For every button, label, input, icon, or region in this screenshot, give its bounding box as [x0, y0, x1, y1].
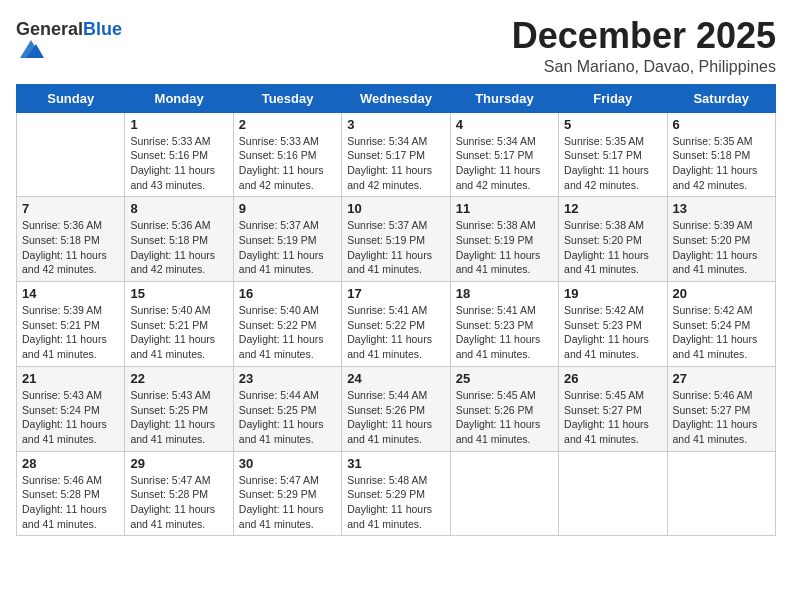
day-number: 3 [347, 117, 444, 132]
day-info: Sunrise: 5:35 AMSunset: 5:18 PMDaylight:… [673, 134, 770, 193]
day-info: Sunrise: 5:39 AMSunset: 5:20 PMDaylight:… [673, 218, 770, 277]
day-info: Sunrise: 5:45 AMSunset: 5:27 PMDaylight:… [564, 388, 661, 447]
calendar-cell: 21Sunrise: 5:43 AMSunset: 5:24 PMDayligh… [17, 366, 125, 451]
day-info: Sunrise: 5:33 AMSunset: 5:16 PMDaylight:… [239, 134, 336, 193]
calendar-cell: 5Sunrise: 5:35 AMSunset: 5:17 PMDaylight… [559, 112, 667, 197]
calendar-cell: 17Sunrise: 5:41 AMSunset: 5:22 PMDayligh… [342, 282, 450, 367]
day-info: Sunrise: 5:46 AMSunset: 5:28 PMDaylight:… [22, 473, 119, 532]
weekday-header-tuesday: Tuesday [233, 84, 341, 112]
calendar-cell [559, 451, 667, 536]
day-number: 1 [130, 117, 227, 132]
day-info: Sunrise: 5:33 AMSunset: 5:16 PMDaylight:… [130, 134, 227, 193]
day-number: 2 [239, 117, 336, 132]
logo-blue-text: Blue [83, 19, 122, 39]
calendar-cell: 29Sunrise: 5:47 AMSunset: 5:28 PMDayligh… [125, 451, 233, 536]
day-number: 21 [22, 371, 119, 386]
calendar-cell: 9Sunrise: 5:37 AMSunset: 5:19 PMDaylight… [233, 197, 341, 282]
calendar-cell: 1Sunrise: 5:33 AMSunset: 5:16 PMDaylight… [125, 112, 233, 197]
calendar-cell: 11Sunrise: 5:38 AMSunset: 5:19 PMDayligh… [450, 197, 558, 282]
weekday-header-wednesday: Wednesday [342, 84, 450, 112]
week-row-5: 28Sunrise: 5:46 AMSunset: 5:28 PMDayligh… [17, 451, 776, 536]
calendar-cell [450, 451, 558, 536]
calendar-cell: 6Sunrise: 5:35 AMSunset: 5:18 PMDaylight… [667, 112, 775, 197]
day-info: Sunrise: 5:40 AMSunset: 5:22 PMDaylight:… [239, 303, 336, 362]
day-info: Sunrise: 5:46 AMSunset: 5:27 PMDaylight:… [673, 388, 770, 447]
day-number: 20 [673, 286, 770, 301]
week-row-3: 14Sunrise: 5:39 AMSunset: 5:21 PMDayligh… [17, 282, 776, 367]
calendar-cell: 28Sunrise: 5:46 AMSunset: 5:28 PMDayligh… [17, 451, 125, 536]
weekday-header-monday: Monday [125, 84, 233, 112]
calendar-cell: 20Sunrise: 5:42 AMSunset: 5:24 PMDayligh… [667, 282, 775, 367]
calendar-cell [17, 112, 125, 197]
day-info: Sunrise: 5:41 AMSunset: 5:22 PMDaylight:… [347, 303, 444, 362]
calendar-cell: 25Sunrise: 5:45 AMSunset: 5:26 PMDayligh… [450, 366, 558, 451]
weekday-header-sunday: Sunday [17, 84, 125, 112]
day-number: 23 [239, 371, 336, 386]
day-number: 15 [130, 286, 227, 301]
calendar-cell: 19Sunrise: 5:42 AMSunset: 5:23 PMDayligh… [559, 282, 667, 367]
day-info: Sunrise: 5:38 AMSunset: 5:20 PMDaylight:… [564, 218, 661, 277]
calendar-cell: 10Sunrise: 5:37 AMSunset: 5:19 PMDayligh… [342, 197, 450, 282]
day-info: Sunrise: 5:34 AMSunset: 5:17 PMDaylight:… [347, 134, 444, 193]
day-info: Sunrise: 5:43 AMSunset: 5:25 PMDaylight:… [130, 388, 227, 447]
day-info: Sunrise: 5:34 AMSunset: 5:17 PMDaylight:… [456, 134, 553, 193]
weekday-header-row: SundayMondayTuesdayWednesdayThursdayFrid… [17, 84, 776, 112]
month-title: December 2025 [512, 16, 776, 56]
day-info: Sunrise: 5:36 AMSunset: 5:18 PMDaylight:… [130, 218, 227, 277]
day-number: 22 [130, 371, 227, 386]
calendar-table: SundayMondayTuesdayWednesdayThursdayFrid… [16, 84, 776, 537]
day-number: 9 [239, 201, 336, 216]
day-number: 13 [673, 201, 770, 216]
day-info: Sunrise: 5:37 AMSunset: 5:19 PMDaylight:… [239, 218, 336, 277]
calendar-cell: 31Sunrise: 5:48 AMSunset: 5:29 PMDayligh… [342, 451, 450, 536]
day-info: Sunrise: 5:44 AMSunset: 5:26 PMDaylight:… [347, 388, 444, 447]
calendar-cell: 18Sunrise: 5:41 AMSunset: 5:23 PMDayligh… [450, 282, 558, 367]
logo: GeneralBlue [16, 20, 122, 60]
day-number: 25 [456, 371, 553, 386]
day-number: 8 [130, 201, 227, 216]
day-number: 26 [564, 371, 661, 386]
day-info: Sunrise: 5:41 AMSunset: 5:23 PMDaylight:… [456, 303, 553, 362]
title-block: December 2025 San Mariano, Davao, Philip… [512, 16, 776, 76]
calendar-cell: 26Sunrise: 5:45 AMSunset: 5:27 PMDayligh… [559, 366, 667, 451]
day-number: 27 [673, 371, 770, 386]
week-row-2: 7Sunrise: 5:36 AMSunset: 5:18 PMDaylight… [17, 197, 776, 282]
calendar-cell: 12Sunrise: 5:38 AMSunset: 5:20 PMDayligh… [559, 197, 667, 282]
day-info: Sunrise: 5:40 AMSunset: 5:21 PMDaylight:… [130, 303, 227, 362]
week-row-1: 1Sunrise: 5:33 AMSunset: 5:16 PMDaylight… [17, 112, 776, 197]
day-number: 30 [239, 456, 336, 471]
calendar-cell: 3Sunrise: 5:34 AMSunset: 5:17 PMDaylight… [342, 112, 450, 197]
day-number: 12 [564, 201, 661, 216]
day-number: 29 [130, 456, 227, 471]
day-number: 16 [239, 286, 336, 301]
day-info: Sunrise: 5:42 AMSunset: 5:24 PMDaylight:… [673, 303, 770, 362]
day-number: 6 [673, 117, 770, 132]
day-info: Sunrise: 5:47 AMSunset: 5:28 PMDaylight:… [130, 473, 227, 532]
calendar-cell: 2Sunrise: 5:33 AMSunset: 5:16 PMDaylight… [233, 112, 341, 197]
day-number: 18 [456, 286, 553, 301]
day-info: Sunrise: 5:39 AMSunset: 5:21 PMDaylight:… [22, 303, 119, 362]
day-number: 28 [22, 456, 119, 471]
calendar-cell: 14Sunrise: 5:39 AMSunset: 5:21 PMDayligh… [17, 282, 125, 367]
calendar-cell: 23Sunrise: 5:44 AMSunset: 5:25 PMDayligh… [233, 366, 341, 451]
weekday-header-saturday: Saturday [667, 84, 775, 112]
day-number: 24 [347, 371, 444, 386]
day-info: Sunrise: 5:48 AMSunset: 5:29 PMDaylight:… [347, 473, 444, 532]
day-number: 10 [347, 201, 444, 216]
day-info: Sunrise: 5:45 AMSunset: 5:26 PMDaylight:… [456, 388, 553, 447]
logo-icon [16, 38, 46, 60]
day-info: Sunrise: 5:44 AMSunset: 5:25 PMDaylight:… [239, 388, 336, 447]
day-info: Sunrise: 5:42 AMSunset: 5:23 PMDaylight:… [564, 303, 661, 362]
day-info: Sunrise: 5:35 AMSunset: 5:17 PMDaylight:… [564, 134, 661, 193]
day-number: 7 [22, 201, 119, 216]
day-number: 17 [347, 286, 444, 301]
calendar-cell: 15Sunrise: 5:40 AMSunset: 5:21 PMDayligh… [125, 282, 233, 367]
weekday-header-thursday: Thursday [450, 84, 558, 112]
page-header: GeneralBlue December 2025 San Mariano, D… [16, 16, 776, 76]
day-info: Sunrise: 5:38 AMSunset: 5:19 PMDaylight:… [456, 218, 553, 277]
calendar-cell: 16Sunrise: 5:40 AMSunset: 5:22 PMDayligh… [233, 282, 341, 367]
calendar-cell: 7Sunrise: 5:36 AMSunset: 5:18 PMDaylight… [17, 197, 125, 282]
day-info: Sunrise: 5:43 AMSunset: 5:24 PMDaylight:… [22, 388, 119, 447]
day-number: 19 [564, 286, 661, 301]
day-number: 31 [347, 456, 444, 471]
